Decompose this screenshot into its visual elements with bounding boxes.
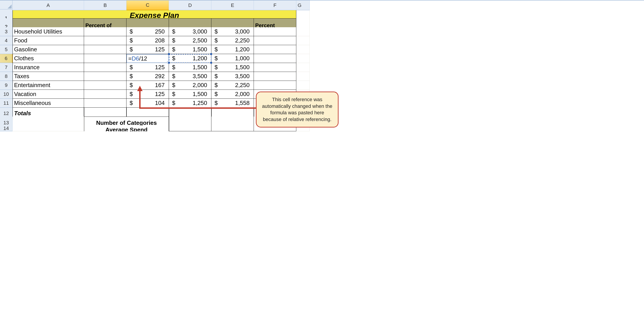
row-header-14[interactable]: 14 — [0, 125, 12, 131]
formula-ref: D6 — [132, 55, 139, 62]
cell-E11[interactable]: $1,558 — [212, 99, 254, 108]
cell-A4[interactable]: Food — [12, 36, 84, 45]
cell-F4[interactable] — [254, 36, 296, 45]
cell-A10[interactable]: Vacation — [12, 90, 84, 99]
cell-E8[interactable]: $3,500 — [212, 72, 254, 81]
row-header-10[interactable]: 10 — [0, 90, 12, 99]
formula-prefix: = — [128, 55, 132, 62]
cell-B6[interactable] — [84, 54, 126, 63]
cell-E4[interactable]: $2,250 — [212, 36, 254, 45]
cell-E7[interactable]: $1,500 — [212, 63, 254, 72]
cell-G3[interactable] — [296, 27, 310, 36]
cell-F7[interactable] — [254, 63, 296, 72]
cell-C7[interactable]: $125 — [126, 63, 169, 72]
cell-C10[interactable]: $125 — [126, 90, 169, 99]
cell-A6[interactable]: Clothes — [12, 54, 84, 63]
cell-E6[interactable]: $1,000 — [212, 54, 254, 63]
cell-F8[interactable] — [254, 72, 296, 81]
cell-B3[interactable] — [84, 27, 126, 36]
cell-C11[interactable]: $104 — [126, 99, 169, 108]
cell-D4[interactable]: $2,500 — [169, 36, 212, 45]
cell-E10[interactable]: $2,000 — [212, 90, 254, 99]
row-header-8[interactable]: 8 — [0, 72, 12, 81]
cell-C4[interactable]: $208 — [126, 36, 169, 45]
row-header-3[interactable]: 3 — [0, 27, 12, 36]
cell-D5[interactable]: $1,500 — [169, 45, 212, 54]
select-all-corner[interactable] — [0, 0, 12, 9]
cell-A8[interactable]: Taxes — [12, 72, 84, 81]
col-header-B[interactable]: B — [84, 0, 126, 10]
cell-F9[interactable] — [254, 81, 296, 90]
cell-D14[interactable] — [169, 125, 212, 131]
row-header-4[interactable]: 4 — [0, 36, 12, 45]
col-header-A[interactable]: A — [12, 0, 84, 10]
cell-D9[interactable]: $2,000 — [169, 81, 212, 90]
cell-G4[interactable] — [296, 36, 310, 45]
cell-F5[interactable] — [254, 45, 296, 54]
cell-E3[interactable]: $3,000 — [212, 27, 254, 36]
formula-suffix: /12 — [139, 55, 147, 62]
row-header-6[interactable]: 6 — [0, 54, 12, 63]
cell-B8[interactable] — [84, 72, 126, 81]
cell-A11[interactable]: Miscellaneous — [12, 99, 84, 108]
col-header-D[interactable]: D — [169, 0, 212, 10]
cell-E14[interactable] — [212, 125, 254, 131]
cell-G9[interactable] — [296, 81, 310, 90]
cell-C9[interactable]: $167 — [126, 81, 169, 90]
cell-A3[interactable]: Household Utilities — [12, 27, 84, 36]
cell-B7[interactable] — [84, 63, 126, 72]
cell-D6[interactable]: $1,200 — [169, 54, 212, 63]
cell-D3[interactable]: $3,000 — [169, 27, 212, 36]
cell-D11[interactable]: $1,250 — [169, 99, 212, 108]
cell-B11[interactable] — [84, 99, 126, 108]
cell-D7[interactable]: $1,500 — [169, 63, 212, 72]
row-header-9[interactable]: 9 — [0, 81, 12, 90]
cell-F6[interactable] — [254, 54, 296, 63]
cell-C6-formula[interactable]: =D6/12 — [126, 54, 169, 63]
cell-A9[interactable]: Entertainment — [12, 81, 84, 90]
cell-B4[interactable] — [84, 36, 126, 45]
cell-C5[interactable]: $125 — [126, 45, 169, 54]
cell-B5[interactable] — [84, 45, 126, 54]
cell-D10[interactable]: $1,500 — [169, 90, 212, 99]
col-header-G-partial[interactable]: G — [296, 0, 310, 10]
col-header-C[interactable]: C — [126, 0, 169, 10]
cell-G6[interactable] — [296, 54, 310, 63]
col-header-E[interactable]: E — [212, 0, 254, 10]
cell-B9[interactable] — [84, 81, 126, 90]
cell-A14[interactable] — [12, 125, 84, 131]
cell-BC14-avg-spend[interactable]: Average Spend — [84, 125, 169, 131]
row-header-5[interactable]: 5 — [0, 45, 12, 54]
cell-B10[interactable] — [84, 90, 126, 99]
cell-G5[interactable] — [296, 45, 310, 54]
cell-A7[interactable]: Insurance — [12, 63, 84, 72]
col-header-F[interactable]: F — [254, 0, 296, 10]
cell-E9[interactable]: $2,250 — [212, 81, 254, 90]
cell-G7[interactable] — [296, 63, 310, 72]
row-header-11[interactable]: 11 — [0, 99, 12, 108]
cell-E5[interactable]: $1,200 — [212, 45, 254, 54]
cell-D8[interactable]: $3,500 — [169, 72, 212, 81]
row-header-7[interactable]: 7 — [0, 63, 12, 72]
annotation-callout: This cell reference was automatically ch… — [256, 91, 338, 127]
cell-G8[interactable] — [296, 72, 310, 81]
cell-C3[interactable]: $250 — [126, 27, 169, 36]
cell-A5[interactable]: Gasoline — [12, 45, 84, 54]
cell-C8[interactable]: $292 — [126, 72, 169, 81]
cell-F3[interactable] — [254, 27, 296, 36]
callout-text: This cell reference was automatically ch… — [262, 97, 332, 122]
